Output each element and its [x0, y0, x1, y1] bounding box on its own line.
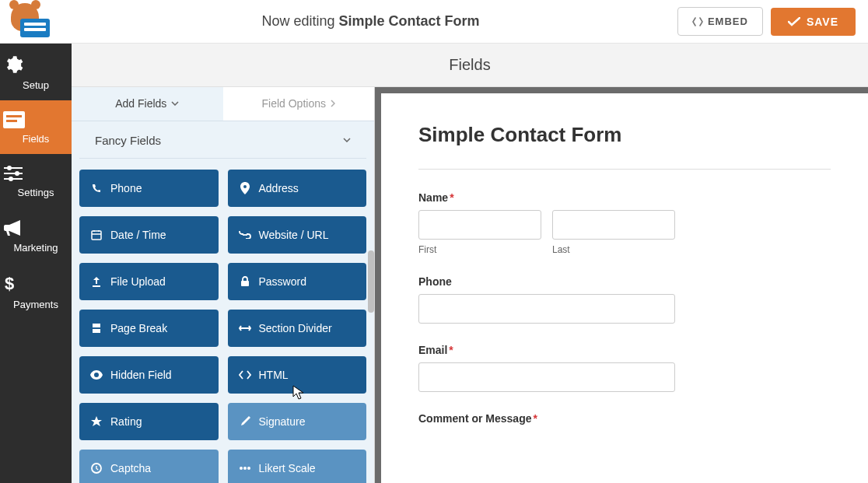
nav-payments[interactable]: $ Payments	[0, 263, 72, 320]
svg-rect-1	[6, 115, 22, 117]
field-label: HTML	[259, 369, 289, 381]
tab-field-options[interactable]: Field Options	[223, 87, 375, 121]
likert-icon	[239, 464, 251, 472]
field-website-url[interactable]: Website / URL	[228, 216, 367, 254]
code-icon	[692, 17, 703, 26]
tab-label: Field Options	[262, 97, 326, 110]
field-label: Likert Scale	[259, 462, 316, 474]
save-button[interactable]: SAVE	[771, 8, 856, 36]
nav-settings[interactable]: Settings	[0, 154, 72, 208]
calendar-icon	[90, 229, 103, 240]
form-card: Simple Contact Form Name* First	[381, 93, 868, 483]
phone-label: Phone	[418, 275, 831, 288]
embed-label: EMBED	[708, 16, 748, 27]
name-label: Name*	[418, 191, 831, 204]
form-divider	[418, 169, 831, 170]
first-name-input[interactable]	[418, 210, 541, 240]
field-likert-scale[interactable]: Likert Scale	[228, 450, 367, 483]
check-icon	[788, 17, 800, 26]
required-mark: *	[449, 344, 453, 356]
field-address[interactable]: Address	[228, 170, 367, 207]
nav-marketing[interactable]: Marketing	[0, 208, 72, 263]
gear-icon	[3, 54, 68, 75]
svg-rect-9	[93, 324, 100, 327]
field-date-time[interactable]: Date / Time	[79, 216, 219, 254]
field-name[interactable]: Name* First Last	[418, 191, 831, 255]
field-comment[interactable]: Comment or Message*	[418, 412, 831, 425]
email-input[interactable]	[418, 362, 675, 392]
nav-label: Payments	[13, 299, 58, 310]
field-label: Address	[259, 182, 299, 194]
nav-label: Marketing	[13, 242, 58, 254]
form-icon	[3, 111, 68, 128]
phone-input[interactable]	[418, 294, 675, 324]
field-label: Signature	[259, 415, 306, 428]
embed-button[interactable]: EMBED	[677, 7, 763, 36]
nav-setup[interactable]: Setup	[0, 44, 72, 100]
save-label: SAVE	[807, 16, 838, 28]
svg-point-13	[243, 467, 247, 470]
field-label: Date / Time	[110, 229, 166, 241]
last-sublabel: Last	[552, 244, 675, 255]
field-hidden-field[interactable]: Hidden Field	[79, 356, 219, 394]
star-icon	[90, 416, 103, 427]
email-label: Email*	[418, 344, 831, 356]
eye-icon	[90, 370, 103, 380]
tab-add-fields[interactable]: Add Fields	[72, 87, 223, 121]
last-name-input[interactable]	[552, 210, 675, 240]
captcha-icon	[90, 463, 103, 474]
pagebreak-icon	[90, 323, 103, 334]
section-fancy-fields[interactable]: Fancy Fields	[79, 121, 366, 159]
link-icon	[239, 231, 251, 239]
field-palette: Add Fields Field Options Fancy Fields Ph…	[72, 87, 375, 483]
svg-point-3	[7, 166, 12, 170]
field-label: Password	[259, 275, 306, 288]
svg-text:$: $	[5, 274, 14, 293]
field-file-upload[interactable]: File Upload	[79, 263, 219, 300]
field-label: Captcha	[110, 462, 151, 474]
field-phone[interactable]: Phone	[418, 275, 831, 324]
panel-header: Fields	[72, 44, 868, 87]
svg-point-5	[9, 177, 13, 181]
upload-icon	[90, 276, 103, 287]
field-password[interactable]: Password	[228, 263, 367, 300]
form-name: Simple Contact Form	[339, 13, 480, 29]
field-section-divider[interactable]: Section Divider	[228, 310, 367, 347]
field-signature[interactable]: Signature	[228, 403, 367, 440]
svg-point-14	[247, 467, 250, 470]
svg-rect-8	[241, 281, 249, 286]
divider-icon	[239, 325, 251, 331]
field-label: Rating	[110, 415, 142, 428]
chevron-down-icon	[171, 101, 179, 106]
form-preview: Simple Contact Form Name* First	[375, 87, 868, 483]
field-email[interactable]: Email*	[418, 344, 831, 392]
first-sublabel: First	[418, 244, 541, 255]
required-mark: *	[533, 412, 537, 425]
field-label: Phone	[110, 182, 142, 194]
nav-label: Fields	[23, 133, 50, 145]
field-rating[interactable]: Rating	[79, 403, 219, 440]
field-page-break[interactable]: Page Break	[79, 310, 219, 347]
section-label: Fancy Fields	[95, 134, 161, 147]
pencil-icon	[239, 416, 251, 427]
nav-fields[interactable]: Fields	[0, 100, 72, 154]
scrollbar-thumb[interactable]	[368, 250, 374, 313]
form-title: Simple Contact Form	[418, 123, 831, 147]
nav-label: Setup	[23, 79, 49, 91]
phone-icon	[90, 183, 103, 194]
field-label: Website / URL	[259, 229, 329, 241]
bullhorn-icon	[3, 219, 68, 237]
panel-title: Fields	[449, 56, 490, 74]
svg-rect-7	[92, 231, 101, 240]
pin-icon	[239, 182, 251, 194]
field-label: Page Break	[110, 322, 167, 334]
chevron-right-icon	[331, 100, 335, 107]
editing-title: Now editing Simple Contact Form	[64, 13, 677, 30]
chevron-down-icon	[343, 138, 351, 142]
field-label: Section Divider	[259, 322, 332, 334]
field-html[interactable]: HTML	[228, 356, 367, 394]
field-phone[interactable]: Phone	[79, 170, 219, 207]
field-captcha[interactable]: Captcha	[79, 450, 219, 483]
tab-label: Add Fields	[115, 97, 166, 110]
svg-rect-2	[6, 120, 17, 122]
